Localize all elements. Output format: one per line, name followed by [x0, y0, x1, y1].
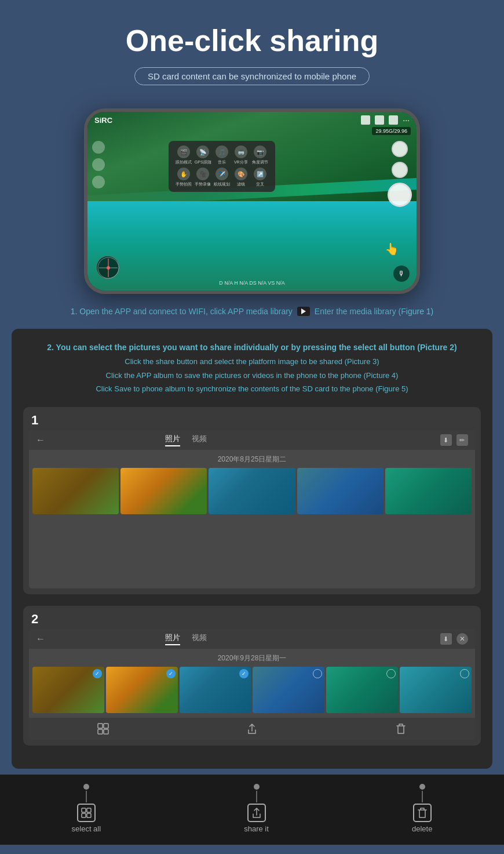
- screen2-share-btn[interactable]: [246, 722, 258, 735]
- menu-item-4: 🥽 VR分享: [232, 146, 249, 165]
- phone-bottom-status: D N/A H N/A DS N/A VS N/A: [219, 280, 285, 286]
- menu-label-6: 手势拍照: [176, 181, 192, 187]
- finger-cursor: 👆: [385, 242, 399, 256]
- instr-line-3: Click the APP album to save the pictures…: [23, 369, 481, 382]
- svg-rect-8: [82, 808, 86, 812]
- share-box-icon: [247, 804, 266, 822]
- step1-instruction: 1. Open the APP and connect to WIFI, cli…: [0, 300, 504, 323]
- phone-left-controls: [92, 141, 105, 188]
- menu-icon-9: 🎨: [235, 168, 247, 180]
- play-triangle: [301, 308, 306, 314]
- screen2-tab-videos[interactable]: 视频: [192, 633, 207, 645]
- footer-pin-top-3: [419, 784, 425, 790]
- screen2-icon-close[interactable]: ✕: [456, 633, 468, 645]
- screen1-number: 1: [23, 407, 481, 430]
- screen2-date: 2020年9月28日星期一: [29, 649, 475, 667]
- left-icon-1: [92, 141, 105, 154]
- screen1-icon-download[interactable]: ⬇: [440, 434, 452, 446]
- screen2-delete-btn[interactable]: [395, 722, 407, 735]
- screen1-top-icons: ⬇ ✏: [440, 434, 468, 446]
- menu-label-2: GPS跟随: [195, 159, 211, 165]
- more-icon: ···: [403, 115, 410, 125]
- menu-item-5: 📷 角度调节: [251, 146, 268, 165]
- screen1-back-btn[interactable]: ←: [36, 435, 45, 445]
- photo-thumb-3[interactable]: [209, 468, 295, 514]
- screen1-top-bar: ← 照片 视频 ⬇ ✏: [29, 430, 475, 450]
- footer-pin-3: [422, 791, 423, 802]
- screen1-mockup: 1 ← 照片 视频 ⬇ ✏ 2020年8月25日星期二: [23, 407, 481, 594]
- instructions-block: 2. You can select the pictures you want …: [23, 340, 481, 395]
- menu-item-8: ✈️ 航线规划: [214, 168, 231, 187]
- left-icon-3: [92, 176, 105, 188]
- phone-right-controls: [388, 141, 412, 207]
- screen2-photo-4[interactable]: [253, 667, 324, 713]
- screen2-photo-2[interactable]: ✓: [106, 667, 178, 713]
- header-section: One-click sharing SD card content can be…: [0, 0, 504, 97]
- screen2-tab-photos[interactable]: 照片: [165, 633, 180, 645]
- phone-ui-top: SiRC ···: [94, 115, 410, 125]
- screen1-photo-grid: [29, 468, 475, 519]
- menu-label-5: 角度调节: [252, 159, 268, 165]
- play-icon: [297, 307, 310, 316]
- screen1-tab-photos[interactable]: 照片: [165, 434, 180, 446]
- menu-icon-8: ✈️: [216, 168, 228, 180]
- photo-thumb-2[interactable]: [120, 468, 207, 514]
- check-6: [460, 669, 469, 678]
- shutter-btn: [388, 183, 412, 207]
- svg-rect-6: [98, 729, 103, 734]
- screen2-icon-download[interactable]: ⬇: [440, 633, 452, 645]
- footer-select-all[interactable]: select all: [72, 784, 101, 833]
- footer-delete[interactable]: delete: [412, 784, 432, 833]
- screen2-photo-1[interactable]: ✓: [32, 667, 104, 713]
- screen2-bottom-bar: [29, 718, 475, 740]
- svg-rect-7: [104, 729, 108, 734]
- footer-share-label: share it: [244, 824, 269, 833]
- step1-text-part2: Enter the media library (Figure 1): [315, 307, 433, 316]
- menu-label-3: 音乐: [218, 159, 226, 165]
- phone-mockup-container: SiRC ··· 29.95G/29.96 🎬 跟拍模式: [0, 97, 504, 300]
- footer-bar: select all share it delete: [0, 775, 504, 845]
- footer-select-all-label: select all: [72, 824, 101, 833]
- delete-box-icon: [413, 804, 432, 822]
- phone-menu-panel: 🎬 跟拍模式 📡 GPS跟随 🎵 音乐 🥽 VR分享 📷 角度调节: [169, 141, 275, 192]
- main-title: One-click sharing: [12, 23, 492, 58]
- right-btn-1: [392, 141, 408, 157]
- menu-label-7: 手势录像: [195, 181, 211, 187]
- screen2-select-btn[interactable]: [97, 722, 109, 735]
- phone-logo: SiRC: [94, 116, 112, 125]
- menu-item-3: 🎵 音乐: [214, 146, 231, 165]
- print-icon: [361, 115, 370, 125]
- photo-thumb-4[interactable]: [297, 468, 384, 514]
- menu-item-10: ↗️ 交叉: [251, 168, 268, 187]
- select-icon: [97, 722, 109, 735]
- menu-icon-6: ✋: [177, 168, 190, 180]
- screen2-top-bar: ← 照片 视频 ⬇ ✕: [29, 629, 475, 649]
- menu-label-4: VR分享: [234, 159, 248, 165]
- phone-screen: SiRC ··· 29.95G/29.96 🎬 跟拍模式: [87, 112, 417, 290]
- delete-icon: [395, 722, 407, 735]
- screen2-photo-3[interactable]: ✓: [180, 667, 251, 713]
- menu-item-6: ✋ 手势拍照: [176, 168, 192, 187]
- svg-rect-9: [87, 808, 91, 812]
- instr-line-2: Click the share button and select the pl…: [23, 355, 481, 368]
- screen2-tabs: 照片 视频: [165, 633, 207, 645]
- screen2-photo-6[interactable]: [400, 667, 472, 713]
- footer-delete-icon-wrap: [413, 784, 432, 822]
- footer-share[interactable]: share it: [244, 784, 269, 833]
- photo-thumb-5[interactable]: [385, 468, 472, 514]
- screen1-tabs: 照片 视频: [165, 434, 207, 446]
- screen1-icon-edit[interactable]: ✏: [456, 434, 468, 446]
- footer-pin-1: [86, 791, 87, 802]
- check-4: [313, 669, 322, 678]
- dark-section: 2. You can select the pictures you want …: [12, 329, 492, 769]
- photo-thumb-1[interactable]: [32, 468, 119, 514]
- screen2-back-btn[interactable]: ←: [36, 634, 45, 644]
- screen1-tab-videos[interactable]: 视频: [192, 434, 207, 446]
- screen1-date: 2020年8月25日星期二: [29, 450, 475, 468]
- check-2: ✓: [166, 669, 176, 678]
- screen2-photo-5[interactable]: [326, 667, 398, 713]
- mic-icon: 🎙: [393, 266, 410, 282]
- menu-item-1: 🎬 跟拍模式: [176, 146, 192, 165]
- footer-pin-top-2: [254, 784, 260, 790]
- footer-share-icon-wrap: [247, 784, 266, 822]
